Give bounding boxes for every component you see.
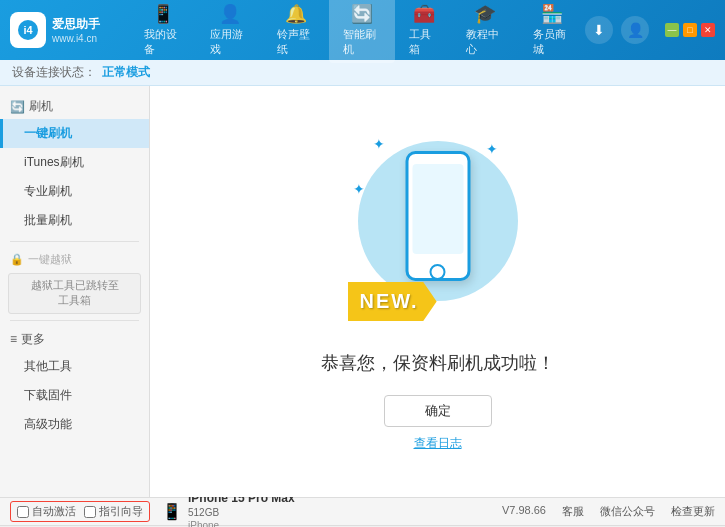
window-controls: — □ ✕ bbox=[665, 23, 715, 37]
sidebar-item-download-firmware[interactable]: 下载固件 bbox=[0, 381, 149, 410]
confirm-button[interactable]: 确定 bbox=[384, 395, 492, 427]
auto-activate-checkbox[interactable] bbox=[17, 506, 29, 518]
guide-restore-label: 指引向导 bbox=[99, 504, 143, 519]
flash-section-icon: 🔄 bbox=[10, 100, 25, 114]
minimize-button[interactable]: — bbox=[665, 23, 679, 37]
my-device-icon: 📱 bbox=[152, 3, 174, 25]
new-badge: NEW. bbox=[348, 282, 437, 321]
nav-bar: 📱 我的设备 👤 应用游戏 🔔 铃声壁纸 🔄 智能刷机 🧰 工具箱 🎓 教程中心… bbox=[130, 0, 585, 63]
sidebar-item-itunes-flash[interactable]: iTunes刷机 bbox=[0, 148, 149, 177]
svg-text:i4: i4 bbox=[23, 24, 33, 36]
jailbreak-note: 越狱工具已跳转至 工具箱 bbox=[8, 273, 141, 314]
apps-icon: 👤 bbox=[219, 3, 241, 25]
guide-restore-checkbox[interactable] bbox=[84, 506, 96, 518]
service-icon: 🏪 bbox=[541, 3, 563, 25]
sidebar: 🔄 刷机 一键刷机 iTunes刷机 专业刷机 批量刷机 🔒 一键越狱 越狱工具… bbox=[0, 86, 150, 497]
status-label: 设备连接状态： bbox=[12, 64, 96, 81]
success-message: 恭喜您，保资料刷机成功啦！ bbox=[321, 351, 555, 375]
logo-icon: i4 bbox=[10, 12, 46, 48]
sidebar-item-other-tools[interactable]: 其他工具 bbox=[0, 352, 149, 381]
auto-activate-area: 自动激活 指引向导 bbox=[10, 501, 150, 522]
version-label: V7.98.66 bbox=[502, 504, 546, 519]
customer-service-link[interactable]: 客服 bbox=[562, 504, 584, 519]
more-section-label: ≡ 更多 bbox=[0, 327, 149, 352]
lock-icon: 🔒 bbox=[10, 253, 24, 266]
wechat-link[interactable]: 微信公众号 bbox=[600, 504, 655, 519]
device-type: iPhone bbox=[188, 519, 295, 527]
status-value: 正常模式 bbox=[102, 64, 150, 81]
flash-icon: 🔄 bbox=[351, 3, 373, 25]
sidebar-divider-2 bbox=[10, 320, 139, 321]
sparkle-1: ✦ bbox=[373, 136, 385, 152]
bottom-right: V7.98.66 客服 微信公众号 检查更新 bbox=[502, 504, 715, 519]
header-right: ⬇ 👤 — □ ✕ bbox=[585, 16, 715, 44]
sidebar-item-one-key-flash[interactable]: 一键刷机 bbox=[0, 119, 149, 148]
phone-home-button bbox=[430, 264, 446, 280]
user-button[interactable]: 👤 bbox=[621, 16, 649, 44]
flash-section-label: 🔄 刷机 bbox=[0, 94, 149, 119]
main-layout: 🔄 刷机 一键刷机 iTunes刷机 专业刷机 批量刷机 🔒 一键越狱 越狱工具… bbox=[0, 86, 725, 497]
status-bar: 设备连接状态： 正常模式 bbox=[0, 60, 725, 86]
nav-ringtones[interactable]: 🔔 铃声壁纸 bbox=[263, 0, 329, 63]
sidebar-item-pro-flash[interactable]: 专业刷机 bbox=[0, 177, 149, 206]
app-header: i4 爱思助手 www.i4.cn 📱 我的设备 👤 应用游戏 🔔 铃声壁纸 🔄… bbox=[0, 0, 725, 60]
device-phone-icon: 📱 bbox=[162, 502, 182, 521]
ringtone-icon: 🔔 bbox=[285, 3, 307, 25]
sidebar-item-advanced[interactable]: 高级功能 bbox=[0, 410, 149, 439]
sparkle-2: ✦ bbox=[486, 141, 498, 157]
logo-text: 爱思助手 www.i4.cn bbox=[52, 16, 100, 44]
nav-my-device[interactable]: 📱 我的设备 bbox=[130, 0, 196, 63]
auto-activate-label: 自动激活 bbox=[32, 504, 76, 519]
sparkle-3: ✦ bbox=[353, 181, 365, 197]
nav-apps-games[interactable]: 👤 应用游戏 bbox=[196, 0, 262, 63]
guide-restore-checkbox-item[interactable]: 指引向导 bbox=[84, 504, 143, 519]
auto-activate-checkbox-item[interactable]: 自动激活 bbox=[17, 504, 76, 519]
bottom-bar: 自动激活 指引向导 📱 iPhone 15 Pro Max 512GB iPho… bbox=[0, 497, 725, 525]
device-storage: 512GB bbox=[188, 506, 295, 519]
tutorial-icon: 🎓 bbox=[474, 3, 496, 25]
maximize-button[interactable]: □ bbox=[683, 23, 697, 37]
check-update-link[interactable]: 检查更新 bbox=[671, 504, 715, 519]
phone-screen bbox=[412, 164, 463, 254]
nav-tutorial[interactable]: 🎓 教程中心 bbox=[452, 0, 518, 63]
jailbreak-section: 🔒 一键越狱 bbox=[0, 248, 149, 271]
phone-illustration: ✦ ✦ ✦ NEW. bbox=[348, 131, 528, 331]
nav-toolbox[interactable]: 🧰 工具箱 bbox=[395, 0, 452, 63]
view-log-link[interactable]: 查看日志 bbox=[414, 435, 462, 452]
logo-area: i4 爱思助手 www.i4.cn bbox=[10, 12, 130, 48]
phone-device bbox=[405, 151, 470, 281]
more-icon: ≡ bbox=[10, 332, 17, 346]
toolbox-icon: 🧰 bbox=[413, 3, 435, 25]
nav-service[interactable]: 🏪 务员商城 bbox=[519, 0, 585, 63]
sidebar-divider-1 bbox=[10, 241, 139, 242]
content-area: ✦ ✦ ✦ NEW. 恭喜您，保资料刷机成功啦！ 确定 查看日志 bbox=[150, 86, 725, 497]
sidebar-item-batch-flash[interactable]: 批量刷机 bbox=[0, 206, 149, 235]
download-button[interactable]: ⬇ bbox=[585, 16, 613, 44]
nav-smart-flash[interactable]: 🔄 智能刷机 bbox=[329, 0, 395, 63]
close-button[interactable]: ✕ bbox=[701, 23, 715, 37]
